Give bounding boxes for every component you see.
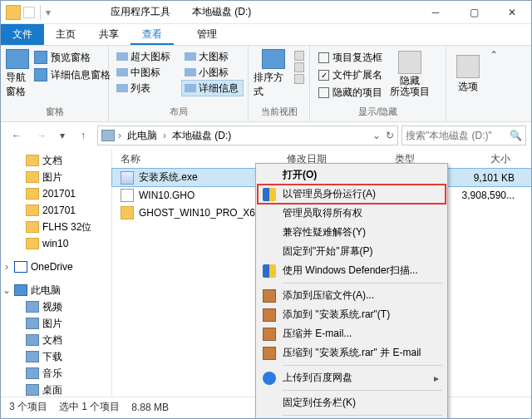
expand-icon[interactable]: ⌄ <box>2 284 11 296</box>
sort-button[interactable]: 排序方式 <box>254 49 293 99</box>
forward-button[interactable]: → <box>31 125 52 146</box>
onedrive-icon <box>14 261 27 273</box>
s-icons-icon <box>185 68 196 76</box>
group-by-icon[interactable] <box>294 51 304 61</box>
tree-item: 下载 <box>1 348 111 365</box>
folder-icon <box>121 206 134 219</box>
checkboxes-toggle[interactable]: 项目复选框 <box>315 49 386 66</box>
nav-tree[interactable]: 文档 图片 201701 201701 FLHS 32位 win10 ›OneD… <box>1 149 112 397</box>
ctx-baidu-upload[interactable]: 上传到百度网盘▸ <box>258 368 446 387</box>
maximize-button[interactable]: ▢ <box>455 1 493 24</box>
hidden-toggle[interactable]: 隐藏的项目 <box>315 84 386 101</box>
folder-icon <box>26 221 39 233</box>
ctx-pin-start[interactable]: 固定到"开始"屏幕(P) <box>258 242 446 261</box>
tool-tab[interactable]: 应用程序工具 <box>101 3 180 21</box>
ctx-compress-named-email[interactable]: 压缩到 "安装系统.rar" 并 E-mail <box>258 343 446 362</box>
close-button[interactable]: ✕ <box>493 1 531 24</box>
expand-icon[interactable]: › <box>2 261 11 273</box>
group-panes-label: 窗格 <box>6 106 103 118</box>
dropdown-icon[interactable]: ▾ <box>46 7 51 18</box>
back-button[interactable]: ← <box>6 125 27 146</box>
hide-selected-button[interactable]: 隐藏 所选项目 <box>387 49 432 99</box>
ctx-compress-email[interactable]: 压缩并 E-mail... <box>258 324 446 343</box>
folder-icon <box>26 188 39 200</box>
status-count: 3 个项目 <box>9 400 47 414</box>
ctx-compat[interactable]: 兼容性疑难解答(Y) <box>258 223 446 242</box>
group-show-label: 显示/隐藏 <box>315 106 441 118</box>
file-icon <box>121 189 134 202</box>
details-pane-button[interactable]: 详细信息窗格 <box>31 67 114 83</box>
search-input[interactable]: 搜索"本地磁盘 (D:)" 🔍 <box>401 126 526 145</box>
sort-label: 排序方式 <box>254 71 293 99</box>
checkbox-icon: ✓ <box>318 70 329 81</box>
separator <box>283 390 442 391</box>
separator <box>40 5 41 20</box>
l-icons-icon <box>185 52 196 61</box>
tree-item: win10 <box>1 235 111 252</box>
tree-item: 文档 <box>1 152 111 169</box>
size-cols-icon[interactable] <box>294 74 304 84</box>
baidu-icon <box>263 372 276 385</box>
tree-item: 视频 <box>1 298 111 315</box>
breadcrumb[interactable]: › 此电脑 › 本地磁盘 (D:) ⌄ ↻ <box>97 126 398 145</box>
add-cols-icon[interactable] <box>294 62 304 72</box>
col-name[interactable]: 名称 <box>112 149 278 168</box>
tab-manage[interactable]: 管理 <box>185 24 229 45</box>
folder-icon <box>26 238 39 249</box>
ext-toggle[interactable]: ✓文件扩展名 <box>315 67 386 83</box>
props-icon[interactable] <box>23 7 35 18</box>
ctx-pin-taskbar[interactable]: 固定到任务栏(K) <box>258 393 446 412</box>
ctx-run-as-admin[interactable]: 以管理员身份运行(A) <box>258 185 446 204</box>
checkbox-icon <box>318 52 329 63</box>
ctx-defender[interactable]: 使用 Windows Defender扫描... <box>258 261 446 280</box>
col-size[interactable]: 大小 <box>445 149 531 168</box>
sort-icon <box>262 49 285 69</box>
preview-icon <box>34 51 47 64</box>
options-icon <box>456 55 480 78</box>
titlebar: ▾ 应用程序工具 本地磁盘 (D:) ─ ▢ ✕ <box>1 1 531 24</box>
search-placeholder: 搜索"本地磁盘 (D:)" <box>406 129 492 143</box>
rar-icon <box>263 289 276 303</box>
music-icon <box>26 367 39 379</box>
collapse-ribbon-button[interactable]: ⌃ <box>485 46 503 121</box>
tab-file[interactable]: 文件 <box>1 24 44 45</box>
folder-icon <box>6 5 21 20</box>
ctx-add-archive[interactable]: 添加到压缩文件(A)... <box>258 286 446 305</box>
dropdown-icon[interactable]: ⌄ <box>372 130 381 141</box>
shield-icon <box>263 188 276 201</box>
ctx-open[interactable]: 打开(O) <box>258 165 446 185</box>
minimize-button[interactable]: ─ <box>416 1 455 24</box>
nav-pane-button[interactable]: 导航窗格 <box>6 49 29 99</box>
video-icon <box>26 301 39 313</box>
ribbon: 导航窗格 预览窗格 详细信息窗格 窗格 超大图标 大图标 中图标 小图标 列表 … <box>1 46 531 122</box>
nav-pane-icon <box>6 49 29 69</box>
recent-button[interactable]: ▾ <box>56 125 69 146</box>
options-button[interactable]: 选项 <box>451 49 485 99</box>
download-icon <box>26 351 39 362</box>
tab-view[interactable]: 查看 <box>131 24 174 45</box>
crumb-drive[interactable]: 本地磁盘 (D:) <box>170 129 234 143</box>
window-title: 本地磁盘 (D:) <box>192 5 251 19</box>
tree-item: 文档 <box>1 332 111 348</box>
list-icon <box>116 84 128 92</box>
pc-icon <box>14 284 27 296</box>
ctx-add-named[interactable]: 添加到 "安装系统.rar"(T) <box>258 305 446 324</box>
ctx-take-ownership[interactable]: 管理员取得所有权 <box>258 204 446 223</box>
crumb-pc[interactable]: 此电脑 <box>125 129 160 143</box>
tab-share[interactable]: 共享 <box>87 24 131 45</box>
address-bar: ← → ▾ ↑ › 此电脑 › 本地磁盘 (D:) ⌄ ↻ 搜索"本地磁盘 (D… <box>1 122 531 149</box>
quick-access-toolbar: ▾ <box>6 5 51 20</box>
docs-icon <box>26 334 39 346</box>
rar-icon <box>263 347 276 360</box>
up-button[interactable]: ↑ <box>72 125 94 146</box>
refresh-icon[interactable]: ↻ <box>386 130 394 141</box>
group-layout-label: 布局 <box>114 106 243 118</box>
hide-icon <box>398 51 421 74</box>
layout-gallery[interactable]: 超大图标 大图标 中图标 小图标 列表 详细信息 <box>114 49 243 96</box>
preview-pane-button[interactable]: 预览窗格 <box>31 49 114 66</box>
tree-item-onedrive: ›OneDrive <box>1 259 111 275</box>
checkbox-icon <box>318 87 329 98</box>
desktop-icon <box>26 384 39 396</box>
context-menu: 打开(O) 以管理员身份运行(A) 管理员取得所有权 兼容性疑难解答(Y) 固定… <box>255 163 448 419</box>
tab-home[interactable]: 主页 <box>44 24 87 45</box>
